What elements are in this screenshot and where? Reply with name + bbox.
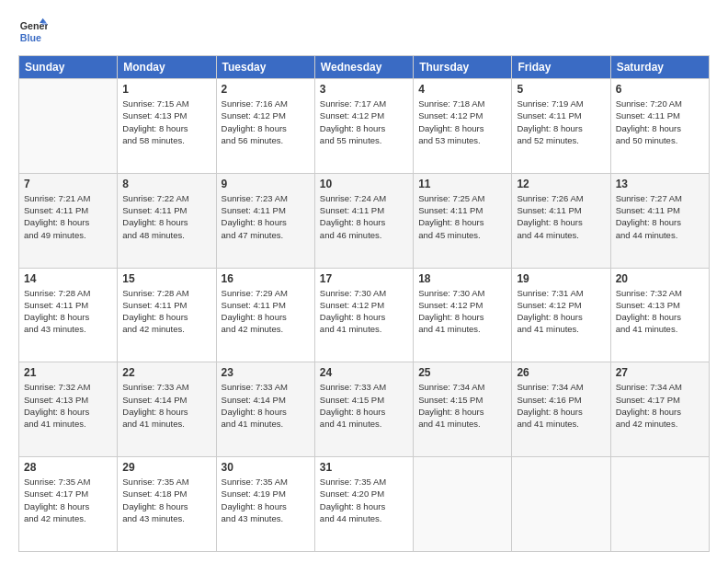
calendar-cell: 6Sunrise: 7:20 AMSunset: 4:11 PMDaylight…: [610, 79, 709, 174]
day-info: Sunrise: 7:32 AMSunset: 4:13 PMDaylight:…: [616, 287, 704, 336]
day-info: Sunrise: 7:35 AMSunset: 4:19 PMDaylight:…: [222, 476, 310, 524]
day-number: 22: [122, 366, 210, 379]
calendar-cell: 24Sunrise: 7:33 AMSunset: 4:15 PMDayligh…: [314, 362, 413, 457]
page: General Blue SundayMondayTuesdayWednesda…: [0, 0, 728, 563]
calendar-cell: [512, 457, 610, 552]
header: General Blue: [18, 17, 710, 46]
day-info: Sunrise: 7:34 AMSunset: 4:15 PMDaylight:…: [418, 381, 506, 430]
calendar-cell: 20Sunrise: 7:32 AMSunset: 4:13 PMDayligh…: [610, 268, 709, 362]
weekday-header-sunday: Sunday: [19, 56, 118, 79]
day-info: Sunrise: 7:33 AMSunset: 4:14 PMDaylight:…: [222, 381, 310, 430]
day-number: 29: [122, 461, 210, 474]
calendar-cell: 1Sunrise: 7:15 AMSunset: 4:13 PMDaylight…: [118, 79, 216, 174]
weekday-header-wednesday: Wednesday: [314, 56, 413, 79]
day-info: Sunrise: 7:28 AMSunset: 4:11 PMDaylight:…: [122, 287, 210, 336]
day-info: Sunrise: 7:27 AMSunset: 4:11 PMDaylight:…: [616, 192, 704, 241]
day-number: 5: [517, 83, 605, 96]
weekday-header-row: SundayMondayTuesdayWednesdayThursdayFrid…: [19, 56, 710, 79]
calendar-cell: 28Sunrise: 7:35 AMSunset: 4:17 PMDayligh…: [19, 457, 118, 552]
day-number: 31: [320, 461, 408, 474]
day-number: 10: [320, 178, 408, 190]
day-number: 17: [320, 272, 408, 285]
calendar-cell: 8Sunrise: 7:22 AMSunset: 4:11 PMDaylight…: [118, 173, 216, 268]
day-info: Sunrise: 7:23 AMSunset: 4:11 PMDaylight:…: [222, 192, 310, 241]
day-number: 4: [418, 83, 506, 96]
day-info: Sunrise: 7:35 AMSunset: 4:20 PMDaylight:…: [320, 476, 408, 524]
weekday-header-monday: Monday: [118, 56, 216, 79]
logo-icon: General Blue: [18, 17, 48, 46]
day-number: 9: [222, 178, 310, 190]
weekday-header-thursday: Thursday: [414, 56, 512, 79]
calendar-cell: 22Sunrise: 7:33 AMSunset: 4:14 PMDayligh…: [118, 362, 216, 457]
day-info: Sunrise: 7:30 AMSunset: 4:12 PMDaylight:…: [418, 287, 506, 336]
day-info: Sunrise: 7:19 AMSunset: 4:11 PMDaylight:…: [517, 98, 605, 146]
day-info: Sunrise: 7:35 AMSunset: 4:18 PMDaylight:…: [122, 476, 210, 524]
calendar-week-3: 14Sunrise: 7:28 AMSunset: 4:11 PMDayligh…: [19, 268, 710, 362]
day-info: Sunrise: 7:20 AMSunset: 4:11 PMDaylight:…: [616, 98, 704, 146]
day-number: 27: [616, 366, 704, 379]
calendar-cell: 30Sunrise: 7:35 AMSunset: 4:19 PMDayligh…: [216, 457, 314, 552]
day-info: Sunrise: 7:24 AMSunset: 4:11 PMDaylight:…: [320, 192, 408, 241]
day-number: 14: [24, 272, 112, 285]
svg-text:Blue: Blue: [20, 32, 41, 43]
day-number: 21: [24, 366, 112, 379]
day-info: Sunrise: 7:35 AMSunset: 4:17 PMDaylight:…: [24, 476, 112, 524]
calendar-cell: 31Sunrise: 7:35 AMSunset: 4:20 PMDayligh…: [314, 457, 413, 552]
day-info: Sunrise: 7:33 AMSunset: 4:15 PMDaylight:…: [320, 381, 408, 430]
day-number: 12: [517, 178, 605, 190]
calendar-cell: 19Sunrise: 7:31 AMSunset: 4:12 PMDayligh…: [512, 268, 610, 362]
calendar-cell: 11Sunrise: 7:25 AMSunset: 4:11 PMDayligh…: [414, 173, 512, 268]
day-number: 13: [616, 178, 704, 190]
calendar-cell: [19, 79, 118, 174]
day-info: Sunrise: 7:29 AMSunset: 4:11 PMDaylight:…: [222, 287, 310, 336]
weekday-header-saturday: Saturday: [610, 56, 709, 79]
day-number: 7: [24, 178, 112, 190]
day-info: Sunrise: 7:25 AMSunset: 4:11 PMDaylight:…: [418, 192, 506, 241]
day-number: 6: [616, 83, 704, 96]
calendar-table: SundayMondayTuesdayWednesdayThursdayFrid…: [18, 55, 710, 552]
calendar-cell: 4Sunrise: 7:18 AMSunset: 4:12 PMDaylight…: [414, 79, 512, 174]
logo: General Blue: [18, 17, 48, 46]
calendar-cell: 3Sunrise: 7:17 AMSunset: 4:12 PMDaylight…: [314, 79, 413, 174]
day-info: Sunrise: 7:34 AMSunset: 4:17 PMDaylight:…: [616, 381, 704, 430]
day-info: Sunrise: 7:26 AMSunset: 4:11 PMDaylight:…: [517, 192, 605, 241]
calendar-cell: 13Sunrise: 7:27 AMSunset: 4:11 PMDayligh…: [610, 173, 709, 268]
day-info: Sunrise: 7:17 AMSunset: 4:12 PMDaylight:…: [320, 98, 408, 146]
day-number: 15: [122, 272, 210, 285]
day-number: 20: [616, 272, 704, 285]
day-number: 16: [222, 272, 310, 285]
day-info: Sunrise: 7:15 AMSunset: 4:13 PMDaylight:…: [122, 98, 210, 146]
day-number: 25: [418, 366, 506, 379]
day-info: Sunrise: 7:33 AMSunset: 4:14 PMDaylight:…: [122, 381, 210, 430]
calendar-cell: 26Sunrise: 7:34 AMSunset: 4:16 PMDayligh…: [512, 362, 610, 457]
day-number: 8: [122, 178, 210, 190]
day-number: 11: [418, 178, 506, 190]
calendar-week-5: 28Sunrise: 7:35 AMSunset: 4:17 PMDayligh…: [19, 457, 710, 552]
calendar-cell: 27Sunrise: 7:34 AMSunset: 4:17 PMDayligh…: [610, 362, 709, 457]
calendar-cell: 14Sunrise: 7:28 AMSunset: 4:11 PMDayligh…: [19, 268, 118, 362]
calendar-cell: 12Sunrise: 7:26 AMSunset: 4:11 PMDayligh…: [512, 173, 610, 268]
calendar-cell: 10Sunrise: 7:24 AMSunset: 4:11 PMDayligh…: [314, 173, 413, 268]
day-number: 24: [320, 366, 408, 379]
calendar-cell: 29Sunrise: 7:35 AMSunset: 4:18 PMDayligh…: [118, 457, 216, 552]
day-info: Sunrise: 7:22 AMSunset: 4:11 PMDaylight:…: [122, 192, 210, 241]
calendar-cell: 9Sunrise: 7:23 AMSunset: 4:11 PMDaylight…: [216, 173, 314, 268]
calendar-week-4: 21Sunrise: 7:32 AMSunset: 4:13 PMDayligh…: [19, 362, 710, 457]
day-number: 19: [517, 272, 605, 285]
weekday-header-tuesday: Tuesday: [216, 56, 314, 79]
calendar-cell: 25Sunrise: 7:34 AMSunset: 4:15 PMDayligh…: [414, 362, 512, 457]
calendar-week-1: 1Sunrise: 7:15 AMSunset: 4:13 PMDaylight…: [19, 79, 710, 174]
day-number: 26: [517, 366, 605, 379]
day-info: Sunrise: 7:34 AMSunset: 4:16 PMDaylight:…: [517, 381, 605, 430]
day-number: 28: [24, 461, 112, 474]
day-info: Sunrise: 7:28 AMSunset: 4:11 PMDaylight:…: [24, 287, 112, 336]
day-info: Sunrise: 7:30 AMSunset: 4:12 PMDaylight:…: [320, 287, 408, 336]
calendar-cell: 15Sunrise: 7:28 AMSunset: 4:11 PMDayligh…: [118, 268, 216, 362]
calendar-cell: 23Sunrise: 7:33 AMSunset: 4:14 PMDayligh…: [216, 362, 314, 457]
calendar-cell: 18Sunrise: 7:30 AMSunset: 4:12 PMDayligh…: [414, 268, 512, 362]
calendar-cell: [610, 457, 709, 552]
calendar-cell: 16Sunrise: 7:29 AMSunset: 4:11 PMDayligh…: [216, 268, 314, 362]
calendar-cell: 7Sunrise: 7:21 AMSunset: 4:11 PMDaylight…: [19, 173, 118, 268]
day-info: Sunrise: 7:31 AMSunset: 4:12 PMDaylight:…: [517, 287, 605, 336]
calendar-cell: 17Sunrise: 7:30 AMSunset: 4:12 PMDayligh…: [314, 268, 413, 362]
